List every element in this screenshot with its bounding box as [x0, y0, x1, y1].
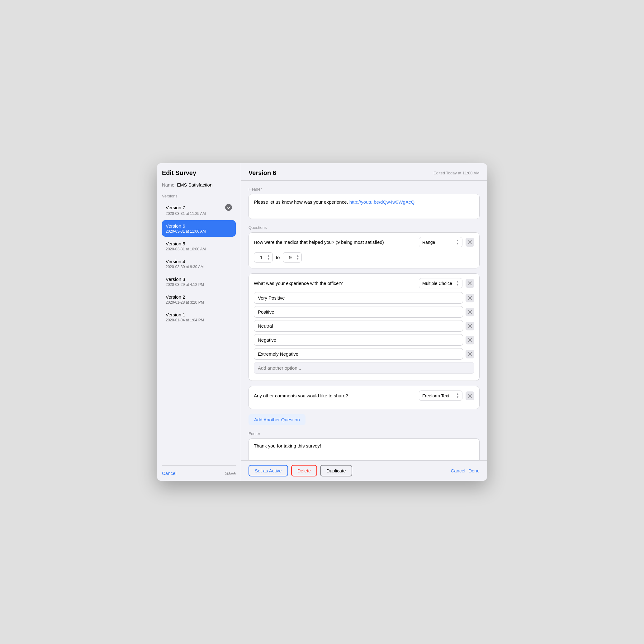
option-input-q2-3[interactable] [254, 334, 463, 346]
version-name-v4: Version 4 [166, 259, 185, 264]
option-close-button-q2-4[interactable] [466, 350, 474, 358]
range-stepper-from-q1: ▲▼ [267, 254, 270, 260]
done-button[interactable]: Done [468, 468, 480, 473]
main-scroll: Header Please let us know how was your e… [241, 181, 487, 460]
footer-text: Thank you for taking this survey! [254, 443, 321, 448]
version-name-v1: Version 1 [166, 312, 185, 317]
version-date-v4: 2020-03-30 at 9:30 AM [166, 265, 232, 269]
version-date-v6: 2020-03-31 at 11:00 AM [166, 229, 232, 234]
option-close-button-q2-1[interactable] [466, 308, 474, 316]
sidebar-save-button[interactable]: Save [225, 471, 236, 476]
version-name-v2: Version 2 [166, 294, 185, 300]
option-close-button-q2-3[interactable] [466, 336, 474, 344]
cancel-button[interactable]: Cancel [451, 468, 465, 473]
version-date-v2: 2020-01-28 at 3:20 PM [166, 300, 232, 305]
range-from-input-q1[interactable] [257, 255, 266, 260]
questions-section: Range▲▼▲▼to▲▼Multiple Choice▲▼Freeform T… [249, 232, 480, 409]
question-text-q3[interactable] [254, 393, 416, 398]
version-date-v5: 2020-03-31 at 10:00 AM [166, 247, 232, 251]
range-to-label-q1: to [276, 255, 280, 260]
option-row-q2-2 [254, 320, 474, 332]
add-option-input-q2[interactable] [254, 362, 474, 374]
question-close-button-q3[interactable] [466, 391, 474, 400]
sidebar-footer: Cancel Save [162, 465, 236, 481]
question-type-select-q1[interactable]: Range▲▼ [419, 237, 462, 247]
version-date-v7: 2020-03-31 at 11:25 AM [166, 211, 232, 216]
versions-label: Versions [162, 194, 236, 198]
sidebar-item-v7[interactable]: Version 72020-03-31 at 11:25 AM [162, 201, 236, 219]
sidebar-item-v6[interactable]: Version 62020-03-31 at 11:00 AM [162, 220, 236, 237]
versions-list: Version 72020-03-31 at 11:25 AMVersion 6… [162, 201, 236, 327]
main-title: Version 6 [249, 169, 276, 177]
type-label-q1: Range [422, 240, 435, 245]
sidebar-item-v2[interactable]: Version 22020-01-28 at 3:20 PM [162, 291, 236, 308]
range-stepper-to-q1: ▲▼ [296, 254, 299, 260]
sidebar-item-v3[interactable]: Version 32020-03-29 at 4:12 PM [162, 273, 236, 290]
name-value: EMS Satisfaction [177, 182, 212, 187]
name-row: Name EMS Satisfaction [162, 182, 236, 187]
footer-section-label: Footer [249, 431, 480, 436]
question-type-select-q3[interactable]: Freeform Text▲▼ [419, 391, 462, 401]
bottom-bar: Set as Active Delete Duplicate Cancel Do… [241, 460, 487, 481]
option-row-q2-3 [254, 334, 474, 346]
sidebar-item-v5[interactable]: Version 52020-03-31 at 10:00 AM [162, 238, 236, 254]
version-name-v6: Version 6 [166, 223, 185, 229]
edit-info: Edited Today at 11:00 AM [433, 171, 480, 175]
option-row-q2-0 [254, 292, 474, 304]
option-row-q2-4 [254, 348, 474, 360]
version-name-v3: Version 3 [166, 277, 185, 282]
question-text-q1[interactable] [254, 239, 416, 245]
header-text: Please let us know how was your experien… [254, 199, 348, 205]
version-name-v7: Version 7 [166, 205, 185, 210]
version-date-v3: 2020-03-29 at 4:12 PM [166, 282, 232, 287]
check-icon-v7 [225, 204, 232, 211]
question-card-q2: Multiple Choice▲▼ [249, 273, 480, 381]
type-label-q2: Multiple Choice [422, 281, 452, 286]
option-input-q2-1[interactable] [254, 306, 463, 318]
question-type-select-q2[interactable]: Multiple Choice▲▼ [419, 278, 462, 288]
sidebar-item-v1[interactable]: Version 12020-01-04 at 1:04 PM [162, 309, 236, 325]
stepper-icon-q1: ▲▼ [456, 239, 459, 245]
questions-section-label: Questions [249, 225, 480, 230]
question-text-q2[interactable] [254, 281, 416, 286]
footer-section: Footer Thank you for taking this survey! [249, 431, 480, 460]
footer-box: Thank you for taking this survey! [249, 438, 480, 460]
sidebar-item-v4[interactable]: Version 42020-03-30 at 9:30 AM [162, 256, 236, 272]
question-card-q3: Freeform Text▲▼ [249, 386, 480, 409]
add-option-row-q2 [254, 362, 474, 374]
range-to-q1[interactable]: ▲▼ [283, 252, 302, 263]
sidebar: Edit Survey Name EMS Satisfaction Versio… [157, 163, 241, 481]
stepper-icon-q3: ▲▼ [456, 393, 459, 399]
edit-survey-modal: Edit Survey Name EMS Satisfaction Versio… [157, 163, 487, 481]
type-label-q3: Freeform Text [422, 393, 449, 398]
set-active-button[interactable]: Set as Active [249, 465, 288, 476]
option-input-q2-4[interactable] [254, 348, 463, 360]
option-input-q2-0[interactable] [254, 292, 463, 304]
stepper-icon-q2: ▲▼ [456, 280, 459, 286]
option-input-q2-2[interactable] [254, 320, 463, 332]
duplicate-button[interactable]: Duplicate [320, 465, 352, 476]
question-card-q1: Range▲▼▲▼to▲▼ [249, 232, 480, 268]
main-content: Version 6 Edited Today at 11:00 AM Heade… [241, 163, 487, 481]
range-to-input-q1[interactable] [286, 255, 295, 260]
version-date-v1: 2020-01-04 at 1:04 PM [166, 318, 232, 322]
header-box: Please let us know how was your experien… [249, 194, 480, 219]
question-close-button-q2[interactable] [466, 279, 474, 288]
option-close-button-q2-0[interactable] [466, 294, 474, 302]
sidebar-title: Edit Survey [162, 169, 236, 177]
main-header: Version 6 Edited Today at 11:00 AM [241, 163, 487, 181]
option-close-button-q2-2[interactable] [466, 322, 474, 330]
header-section-label: Header [249, 187, 480, 192]
version-name-v5: Version 5 [166, 241, 185, 246]
header-link[interactable]: http://youtu.be/dQw4w9WgXcQ [349, 199, 414, 205]
delete-button[interactable]: Delete [291, 465, 317, 476]
question-close-button-q1[interactable] [466, 238, 474, 247]
option-row-q2-1 [254, 306, 474, 318]
range-row-q1: ▲▼to▲▼ [254, 251, 474, 264]
range-from-q1[interactable]: ▲▼ [254, 252, 273, 263]
sidebar-cancel-button[interactable]: Cancel [162, 471, 177, 476]
name-label: Name [162, 182, 174, 187]
add-another-question-button[interactable]: Add Another Question [249, 414, 305, 425]
